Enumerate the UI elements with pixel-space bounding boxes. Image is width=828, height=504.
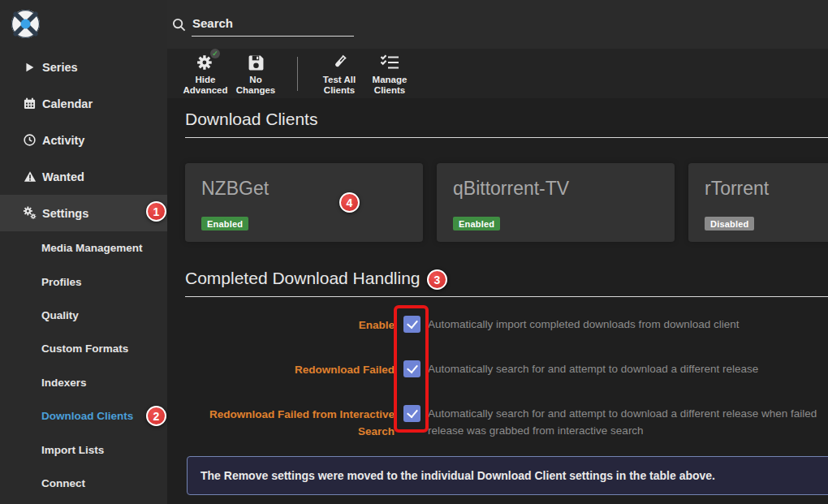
sidebar-item-media-management[interactable]: Media Management: [0, 231, 167, 265]
sidebar-subitem-label: Profiles: [41, 276, 82, 288]
status-badge: Enabled: [201, 217, 248, 230]
client-name: NZBGet: [201, 178, 407, 200]
toolbar-button-label: No: [249, 75, 261, 85]
floppy-icon: [248, 51, 265, 71]
redownload-failed-interactive-help-text: Automatically search for and attempt to …: [428, 393, 822, 439]
sidebar-item-settings[interactable]: Settings: [0, 195, 167, 231]
toolbar-button-label: Changes: [236, 85, 276, 96]
test-all-clients-button[interactable]: Test All Clients: [314, 51, 364, 96]
sidebar: Series Calendar: [0, 0, 167, 504]
page-toolbar: ✓ Hide Advanced No Changes: [167, 49, 828, 98]
redownload-failed-help-text: Automatically search for and attempt to …: [428, 348, 758, 378]
sidebar-subitem-label: Download Clients: [41, 410, 133, 422]
sidebar-subitem-label: Custom Formats: [41, 342, 128, 355]
redownload-failed-label: Redownload Failed: [185, 348, 395, 378]
enable-help-text: Automatically import completed downloads…: [428, 304, 739, 334]
hide-advanced-button[interactable]: ✓ Hide Advanced: [180, 51, 231, 96]
sidebar-nav: Series Calendar: [0, 49, 167, 500]
sidebar-item-calendar[interactable]: Calendar: [0, 85, 167, 122]
annotation-circle-3: 3: [427, 269, 447, 290]
annotation-circle-1: 1: [146, 201, 166, 222]
sidebar-subitem-label: Media Management: [41, 242, 143, 254]
toolbar-button-label: Clients: [374, 85, 405, 96]
sidebar-item-download-clients[interactable]: Download Clients: [0, 399, 167, 433]
toolbar-button-label: Hide: [196, 75, 216, 85]
client-card-qbittorrent-tv[interactable]: qBittorrent-TV Enabled: [437, 163, 675, 242]
sidebar-item-profiles[interactable]: Profiles: [0, 265, 167, 298]
sidebar-item-quality[interactable]: Quality: [0, 299, 167, 332]
top-header: [167, 0, 828, 49]
sidebar-item-activity[interactable]: Activity: [0, 122, 167, 158]
sidebar-item-connect[interactable]: Connect: [0, 467, 167, 500]
test-tube-icon: [330, 51, 348, 71]
no-changes-button[interactable]: No Changes: [231, 51, 281, 96]
form-row-redownload-failed: Redownload Failed Automatically search f…: [185, 348, 828, 393]
form-row-enable: Enable Automatically import completed do…: [185, 304, 828, 348]
sidebar-item-custom-formats[interactable]: Custom Formats: [0, 332, 167, 365]
form-row-redownload-failed-interactive: Redownload Failed from Interactive Searc…: [185, 393, 828, 440]
redownload-failed-interactive-label: Redownload Failed from Interactive Searc…: [185, 393, 395, 440]
sidebar-item-import-lists[interactable]: Import Lists: [0, 433, 167, 466]
section-title-download-clients: Download Clients: [185, 110, 828, 138]
sidebar-item-label: Series: [42, 61, 78, 74]
section-title-completed-download-handling: Completed Download Handling: [185, 269, 828, 297]
clock-icon: [23, 133, 37, 147]
sidebar-subitem-label: Indexers: [41, 377, 87, 389]
completed-download-handling-form: Enable Automatically import completed do…: [185, 304, 828, 440]
play-icon: [23, 60, 37, 74]
app-window: ✓ Hide Advanced No Changes: [0, 0, 828, 504]
sidebar-item-label: Wanted: [42, 170, 84, 183]
sidebar-item-label: Calendar: [42, 97, 93, 110]
checklist-icon: [380, 51, 399, 71]
warning-icon: [23, 170, 37, 183]
gears-icon: [23, 206, 37, 220]
client-name: qBittorrent-TV: [453, 178, 658, 200]
sidebar-item-wanted[interactable]: Wanted: [0, 158, 167, 195]
sidebar-item-label: Activity: [42, 134, 84, 147]
toolbar-button-label: Clients: [324, 85, 355, 96]
info-banner: The Remove settings were moved to the in…: [187, 456, 828, 495]
sidebar-subitem-label: Import Lists: [41, 444, 104, 456]
sidebar-subitem-label: Connect: [41, 477, 85, 489]
client-card-nzbget[interactable]: NZBGet Enabled: [185, 163, 423, 242]
download-client-cards: NZBGet Enabled qBittorrent-TV Enabled rT…: [185, 163, 828, 242]
checkbox-highlight-box: [394, 305, 429, 433]
enable-label: Enable: [185, 304, 395, 334]
toolbar-button-label: Advanced: [183, 85, 228, 96]
client-card-rtorrent[interactable]: rTorrent Disabled: [688, 163, 828, 242]
sidebar-subitem-label: Quality: [41, 309, 79, 321]
toolbar-button-label: Manage: [373, 75, 408, 85]
client-name: rTorrent: [705, 178, 828, 200]
annotation-circle-2: 2: [146, 406, 166, 426]
status-badge: Enabled: [453, 217, 500, 230]
annotation-circle-4: 4: [339, 192, 360, 213]
status-badge: Disabled: [705, 217, 754, 230]
advanced-check-icon: ✓: [210, 49, 220, 58]
sidebar-item-indexers[interactable]: Indexers: [0, 366, 167, 399]
gear-check-icon: ✓: [196, 51, 214, 71]
sonarr-logo[interactable]: [11, 9, 41, 39]
manage-clients-button[interactable]: Manage Clients: [364, 51, 415, 96]
sidebar-item-series[interactable]: Series: [0, 49, 167, 85]
toolbar-button-label: Test All: [323, 75, 356, 85]
toolbar-divider: [297, 57, 298, 91]
search-input[interactable]: [192, 16, 354, 37]
search-icon: [172, 18, 186, 35]
calendar-icon: [23, 97, 37, 110]
settings-content: Download Clients NZBGet Enabled qBittorr…: [167, 98, 828, 504]
sidebar-item-label: Settings: [42, 207, 88, 220]
